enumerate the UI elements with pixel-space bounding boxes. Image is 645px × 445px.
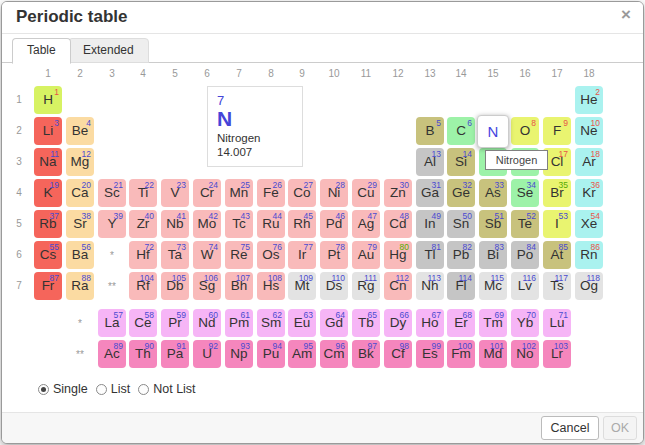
element-cell-Al[interactable]: Al13 [416,148,444,176]
element-cell-Mn[interactable]: Mn25 [225,179,253,207]
element-cell-Lv[interactable]: Lv116 [511,272,539,300]
element-cell-Eu[interactable]: Eu63 [288,309,316,337]
element-cell-Cm[interactable]: Cm96 [320,340,348,368]
element-cell-Cd[interactable]: Cd48 [384,210,412,238]
element-cell-Gd[interactable]: Gd64 [320,309,348,337]
element-cell-Be[interactable]: Be4 [66,117,94,145]
element-cell-No[interactable]: No102 [511,340,539,368]
element-cell-O[interactable]: O8 [511,117,539,145]
element-cell-Ba[interactable]: Ba56 [66,241,94,269]
element-cell-Fr[interactable]: Fr87 [34,272,62,300]
element-cell-Sb[interactable]: Sb51 [479,210,507,238]
element-cell-Hs[interactable]: Hs108 [257,272,285,300]
element-cell-V[interactable]: V23 [161,179,189,207]
element-cell-Pt[interactable]: Pt78 [320,241,348,269]
element-cell-Lu[interactable]: Lu71 [543,309,571,337]
element-cell-Ds[interactable]: Ds110 [320,272,348,300]
element-cell-Pb[interactable]: Pb82 [447,241,475,269]
element-cell-Os[interactable]: Os76 [257,241,285,269]
tab-table[interactable]: Table [12,38,71,64]
element-cell-Ar[interactable]: Ar18 [575,148,603,176]
element-cell-Br[interactable]: Br35 [543,179,571,207]
element-cell-At[interactable]: At85 [543,241,571,269]
element-cell-Hf[interactable]: Hf72 [129,241,157,269]
element-cell-Er[interactable]: Er68 [447,309,475,337]
element-cell-As[interactable]: As33 [479,179,507,207]
element-cell-Sc[interactable]: Sc21 [98,179,126,207]
element-cell-Nh[interactable]: Nh113 [416,272,444,300]
element-cell-Sn[interactable]: Sn50 [447,210,475,238]
element-cell-Po[interactable]: Po84 [511,241,539,269]
element-cell-W[interactable]: W74 [193,241,221,269]
element-cell-Ga[interactable]: Ga31 [416,179,444,207]
element-cell-Mo[interactable]: Mo42 [193,210,221,238]
element-cell-Pu[interactable]: Pu94 [257,340,285,368]
element-cell-Ce[interactable]: Ce58 [129,309,157,337]
element-cell-Fl[interactable]: Fl114 [447,272,475,300]
element-cell-Ne[interactable]: Ne10 [575,117,603,145]
element-cell-Mc[interactable]: Mc115 [479,272,507,300]
element-cell-Dy[interactable]: Dy66 [384,309,412,337]
element-cell-Np[interactable]: Np93 [225,340,253,368]
element-cell-K[interactable]: K19 [34,179,62,207]
element-cell-Cf[interactable]: Cf98 [384,340,412,368]
element-cell-Pr[interactable]: Pr59 [161,309,189,337]
element-cell-Ge[interactable]: Ge32 [447,179,475,207]
element-cell-Rf[interactable]: Rf104 [129,272,157,300]
radio-single[interactable]: Single [38,382,88,396]
element-cell-C[interactable]: C6 [447,117,475,145]
element-cell-Ts[interactable]: Ts117 [543,272,571,300]
element-cell-Sg[interactable]: Sg106 [193,272,221,300]
element-cell-Fe[interactable]: Fe26 [257,179,285,207]
element-cell-U[interactable]: U92 [193,340,221,368]
element-cell-Hg[interactable]: Hg80 [384,241,412,269]
element-cell-Rb[interactable]: Rb37 [34,210,62,238]
element-cell-Es[interactable]: Es99 [416,340,444,368]
element-cell-In[interactable]: In49 [416,210,444,238]
element-cell-Nb[interactable]: Nb41 [161,210,189,238]
element-cell-Rn[interactable]: Rn86 [575,241,603,269]
element-cell-Sm[interactable]: Sm62 [257,309,285,337]
element-cell-Bh[interactable]: Bh107 [225,272,253,300]
element-cell-Th[interactable]: Th90 [129,340,157,368]
element-cell-Ho[interactable]: Ho67 [416,309,444,337]
element-cell-Og[interactable]: Og118 [575,272,603,300]
element-cell-Pm[interactable]: Pm61 [225,309,253,337]
element-cell-Sr[interactable]: Sr38 [66,210,94,238]
element-cell-Tc[interactable]: Tc43 [225,210,253,238]
element-cell-Cn[interactable]: Cn112 [384,272,412,300]
element-cell-Rg[interactable]: Rg111 [352,272,380,300]
element-cell-Ca[interactable]: Ca20 [66,179,94,207]
element-cell-Pd[interactable]: Pd46 [320,210,348,238]
element-cell-Au[interactable]: Au79 [352,241,380,269]
radio-not-list[interactable]: Not List [138,382,195,396]
element-cell-F[interactable]: F9 [543,117,571,145]
element-cell-Md[interactable]: Md101 [479,340,507,368]
element-cell-Ir[interactable]: Ir77 [288,241,316,269]
tab-extended[interactable]: Extended [68,38,149,63]
element-cell-La[interactable]: La57 [98,309,126,337]
radio-list[interactable]: List [96,382,130,396]
element-cell-Y[interactable]: Y39 [98,210,126,238]
element-cell-Tb[interactable]: Tb65 [352,309,380,337]
element-cell-Re[interactable]: Re75 [225,241,253,269]
element-cell-Cr[interactable]: Cr24 [193,179,221,207]
element-cell-Zn[interactable]: Zn30 [384,179,412,207]
element-cell-Si[interactable]: Si14 [447,148,475,176]
element-cell-I[interactable]: I53 [543,210,571,238]
element-cell-Kr[interactable]: Kr36 [575,179,603,207]
element-cell-Bi[interactable]: Bi83 [479,241,507,269]
element-cell-Ta[interactable]: Ta73 [161,241,189,269]
element-cell-Ag[interactable]: Ag47 [352,210,380,238]
element-cell-Tm[interactable]: Tm69 [479,309,507,337]
element-cell-Se[interactable]: Se34 [511,179,539,207]
element-cell-Ac[interactable]: Ac89 [98,340,126,368]
element-cell-Xe[interactable]: Xe54 [575,210,603,238]
element-cell-N[interactable]: N [477,115,509,148]
element-cell-Pa[interactable]: Pa91 [161,340,189,368]
element-cell-Nd[interactable]: Nd60 [193,309,221,337]
element-cell-Ti[interactable]: Ti22 [129,179,157,207]
close-icon[interactable]: × [621,6,631,23]
element-cell-Li[interactable]: Li3 [34,117,62,145]
element-cell-Cu[interactable]: Cu29 [352,179,380,207]
